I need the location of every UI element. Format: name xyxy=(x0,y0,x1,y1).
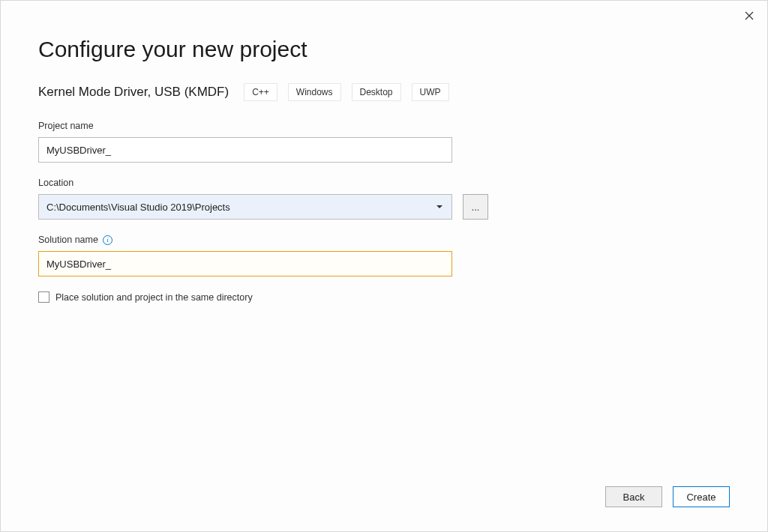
solution-name-input[interactable] xyxy=(38,251,452,276)
close-icon[interactable] xyxy=(742,8,757,23)
tag-uwp: UWP xyxy=(412,83,449,101)
project-name-label: Project name xyxy=(38,121,730,131)
same-directory-checkbox[interactable] xyxy=(38,291,50,303)
project-name-input[interactable] xyxy=(38,137,452,163)
chevron-down-icon xyxy=(436,205,442,208)
template-name: Kernel Mode Driver, USB (KMDF) xyxy=(38,85,229,100)
template-info-row: Kernel Mode Driver, USB (KMDF) C++ Windo… xyxy=(38,83,730,101)
tag-desktop: Desktop xyxy=(352,83,401,101)
page-title: Configure your new project xyxy=(38,37,730,62)
info-icon[interactable]: i xyxy=(103,235,112,245)
tag-windows: Windows xyxy=(288,83,341,101)
location-combobox[interactable]: C:\Documents\Visual Studio 2019\Projects xyxy=(38,194,452,220)
location-label: Location xyxy=(38,178,730,188)
solution-name-label: Solution name xyxy=(38,235,98,245)
browse-button[interactable]: ... xyxy=(463,194,488,220)
tag-cpp: C++ xyxy=(244,83,278,101)
back-button[interactable]: Back xyxy=(605,486,662,507)
same-directory-label: Place solution and project in the same d… xyxy=(56,292,253,303)
create-button[interactable]: Create xyxy=(673,486,730,507)
location-value: C:\Documents\Visual Studio 2019\Projects xyxy=(46,202,436,213)
